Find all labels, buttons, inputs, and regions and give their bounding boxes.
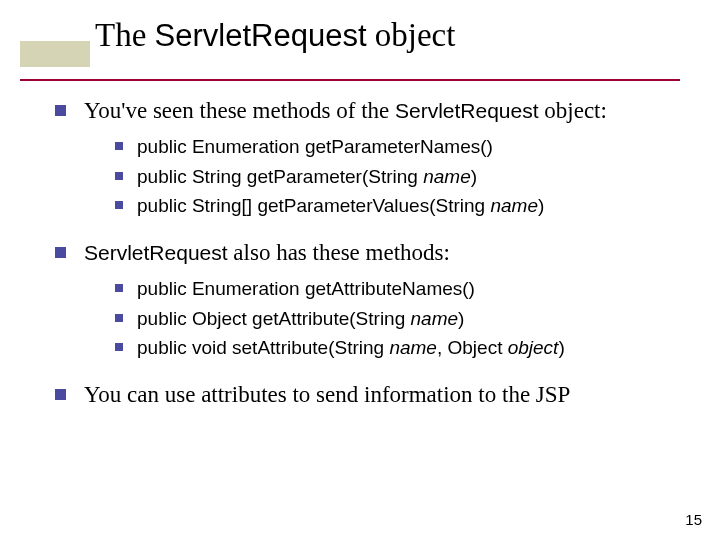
code-text: ) [558, 337, 564, 358]
sub-list-item-content: public void setAttribute(String name, Ob… [137, 335, 690, 361]
sub-list-item-content: public String[] getParameterValues(Strin… [137, 193, 690, 219]
sub-list-item: public String[] getParameterValues(Strin… [115, 193, 690, 219]
body-text: You've seen these methods of the [84, 98, 395, 123]
code-param: name [389, 337, 437, 358]
title-text-pre: The [95, 17, 155, 53]
sub-list-item: public String getParameter(String name) [115, 164, 690, 190]
sub-list-item-content: public Enumeration getParameterNames() [137, 134, 690, 160]
body-text: object: [539, 98, 607, 123]
list-item: You've seen these methods of the Servlet… [55, 95, 690, 126]
title-text-post: object [367, 17, 456, 53]
code-text: ) [458, 308, 464, 329]
code-text: public void setAttribute(String [137, 337, 389, 358]
body-text: You can use attributes to send informati… [84, 382, 570, 407]
list-item: You can use attributes to send informati… [55, 379, 690, 410]
square-bullet-icon [115, 343, 123, 351]
code-param: name [490, 195, 538, 216]
sub-list: public Enumeration getAttributeNames()pu… [115, 276, 690, 361]
code-param: name [423, 166, 471, 187]
sub-list-item: public void setAttribute(String name, Ob… [115, 335, 690, 361]
code-text: public Enumeration getParameterNames() [137, 136, 493, 157]
sub-list-item: public Enumeration getParameterNames() [115, 134, 690, 160]
square-bullet-icon [115, 284, 123, 292]
page-number: 15 [685, 511, 702, 528]
sub-list-item-content: public Enumeration getAttributeNames() [137, 276, 690, 302]
code-param: name [411, 308, 459, 329]
title-accent-box [20, 41, 90, 67]
sub-list-item-content: public Object getAttribute(String name) [137, 306, 690, 332]
square-bullet-icon [115, 142, 123, 150]
title-text-code: ServletRequest [155, 18, 367, 53]
list-item-content: You've seen these methods of the Servlet… [84, 95, 690, 126]
list-item: ServletRequest also has these methods: [55, 237, 690, 268]
body-content: You've seen these methods of the Servlet… [55, 95, 690, 416]
body-text: also has these methods: [228, 240, 450, 265]
list-item-content: ServletRequest also has these methods: [84, 237, 690, 268]
code-text: public Enumeration getAttributeNames() [137, 278, 475, 299]
square-bullet-icon [55, 247, 66, 258]
square-bullet-icon [55, 389, 66, 400]
code-text: ServletRequest [84, 241, 228, 264]
square-bullet-icon [115, 201, 123, 209]
sub-list: public Enumeration getParameterNames()pu… [115, 134, 690, 219]
square-bullet-icon [55, 105, 66, 116]
square-bullet-icon [115, 314, 123, 322]
slide: The ServletRequest object You've seen th… [0, 0, 720, 540]
code-param: object [508, 337, 559, 358]
square-bullet-icon [115, 172, 123, 180]
code-text: ) [471, 166, 477, 187]
code-text: ServletRequest [395, 99, 539, 122]
title-area: The ServletRequest object [0, 16, 720, 56]
code-text: ) [538, 195, 544, 216]
code-text: , Object [437, 337, 508, 358]
sub-list-item: public Enumeration getAttributeNames() [115, 276, 690, 302]
code-text: public String[] getParameterValues(Strin… [137, 195, 490, 216]
title-underline [20, 79, 680, 81]
sub-list-item-content: public String getParameter(String name) [137, 164, 690, 190]
code-text: public String getParameter(String [137, 166, 423, 187]
list-item-content: You can use attributes to send informati… [84, 379, 690, 410]
sub-list-item: public Object getAttribute(String name) [115, 306, 690, 332]
slide-title: The ServletRequest object [95, 16, 720, 56]
code-text: public Object getAttribute(String [137, 308, 411, 329]
